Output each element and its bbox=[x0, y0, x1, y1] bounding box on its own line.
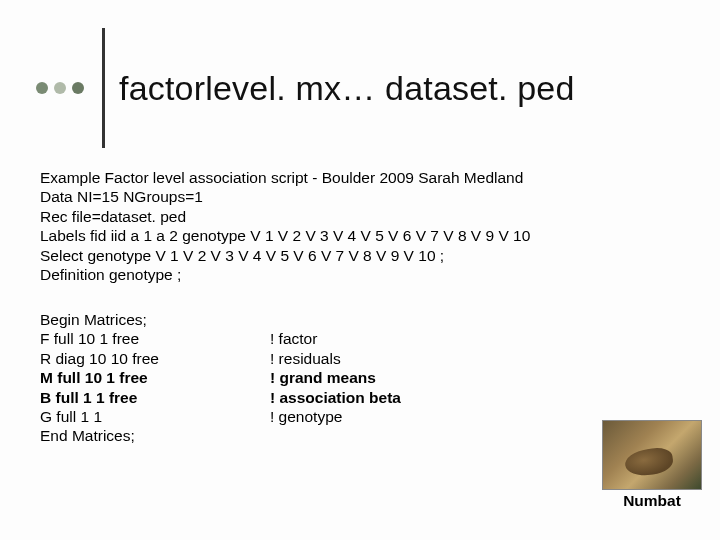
decorative-dots bbox=[36, 82, 84, 94]
dot-icon bbox=[36, 82, 48, 94]
matrix-line: End Matrices; bbox=[40, 426, 270, 445]
matrix-line: G full 1 1 bbox=[40, 407, 270, 426]
matrix-comment: ! residuals bbox=[270, 349, 401, 368]
matrix-comment bbox=[270, 310, 401, 329]
script-line: Definition genotype ; bbox=[40, 265, 680, 284]
matrix-line: R diag 10 10 free bbox=[40, 349, 270, 368]
numbat-photo bbox=[602, 420, 702, 490]
script-line: Data NI=15 NGroups=1 bbox=[40, 187, 680, 206]
matrix-line: Begin Matrices; bbox=[40, 310, 270, 329]
matrix-line: F full 10 1 free bbox=[40, 329, 270, 348]
dot-icon bbox=[54, 82, 66, 94]
matrix-comment bbox=[270, 426, 401, 445]
matrix-comment: ! association beta bbox=[270, 388, 401, 407]
matrix-line: M full 10 1 free bbox=[40, 368, 270, 387]
slide-title: factorlevel. mx… dataset. ped bbox=[119, 69, 575, 108]
script-line: Select genotype V 1 V 2 V 3 V 4 V 5 V 6 … bbox=[40, 246, 680, 265]
script-header-block: Example Factor level association script … bbox=[40, 168, 680, 284]
dot-icon bbox=[72, 82, 84, 94]
slide-title-area: factorlevel. mx… dataset. ped bbox=[36, 28, 575, 148]
script-line: Rec file=dataset. ped bbox=[40, 207, 680, 226]
matrix-comment: ! grand means bbox=[270, 368, 401, 387]
matrix-line: B full 1 1 free bbox=[40, 388, 270, 407]
script-line: Example Factor level association script … bbox=[40, 168, 680, 187]
matrix-comment: ! genotype bbox=[270, 407, 401, 426]
image-caption: Numbat bbox=[602, 492, 702, 510]
script-line: Labels fid iid a 1 a 2 genotype V 1 V 2 … bbox=[40, 226, 680, 245]
matrix-comment: ! factor bbox=[270, 329, 401, 348]
image-block: Numbat bbox=[602, 420, 702, 510]
matrices-block: Begin Matrices; F full 10 1 free ! facto… bbox=[40, 310, 401, 446]
vertical-divider bbox=[102, 28, 105, 148]
